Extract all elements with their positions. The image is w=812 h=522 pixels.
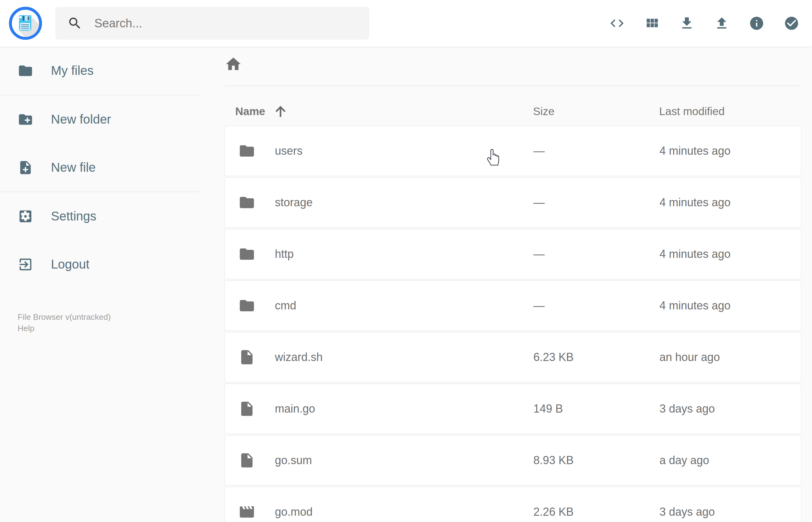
file-modified: 4 minutes ago: [659, 196, 801, 209]
shell-button[interactable]: [609, 15, 625, 31]
listing-header: Name Size Last modified: [225, 97, 801, 126]
file-row-users[interactable]: users — 4 minutes ago: [225, 126, 801, 176]
upload-button[interactable]: [714, 15, 730, 31]
upload-icon: [714, 15, 730, 31]
top-bar: [0, 0, 812, 46]
sort-by-name-header[interactable]: Name: [225, 104, 533, 119]
info-button[interactable]: [749, 15, 765, 31]
header-actions: [609, 0, 799, 46]
download-icon: [679, 15, 695, 31]
sidebar-item-new-file[interactable]: New file: [0, 143, 199, 192]
file-row-http[interactable]: http — 4 minutes ago: [225, 229, 801, 279]
file-size: —: [533, 299, 659, 312]
file-name: http: [275, 247, 294, 261]
help-link[interactable]: Help: [18, 323, 111, 334]
logout-icon: [18, 257, 33, 272]
settings-icon: [18, 208, 33, 224]
select-check-icon: [784, 15, 799, 31]
file-row-storage[interactable]: storage — 4 minutes ago: [225, 177, 801, 228]
file-icon: [238, 349, 256, 366]
file-row-cmd[interactable]: cmd — 4 minutes ago: [225, 281, 801, 331]
search-icon: [67, 16, 82, 31]
breadcrumb-home[interactable]: [225, 55, 242, 73]
file-modified: 4 minutes ago: [659, 144, 801, 158]
sidebar-item-label: Settings: [51, 209, 97, 223]
folder-icon: [238, 297, 256, 314]
sidebar-item-logout[interactable]: Logout: [0, 240, 199, 288]
sidebar-footer: File Browser v(untracked) Help: [18, 311, 111, 334]
folder-icon: [238, 142, 256, 159]
sidebar-item-label: New folder: [51, 112, 111, 126]
file-name: go.mod: [275, 505, 312, 519]
file-modified: a day ago: [659, 454, 801, 467]
grid-view-icon: [644, 15, 660, 31]
file-listing: Name Size Last modified users — 4 minute…: [225, 97, 801, 522]
file-name: users: [275, 144, 303, 158]
download-button[interactable]: [679, 15, 695, 31]
search-bar[interactable]: [55, 7, 369, 40]
arrow-up-icon: [273, 104, 288, 119]
file-modified: an hour ago: [659, 350, 801, 364]
name-column-label: Name: [235, 105, 265, 118]
home-icon: [225, 55, 242, 73]
select-multiple-button[interactable]: [784, 15, 799, 31]
sort-by-modified-header[interactable]: Last modified: [659, 105, 801, 118]
filebrowser-logo[interactable]: [9, 6, 42, 40]
listing-rows: users — 4 minutes ago storage — 4 minute…: [225, 126, 801, 522]
file-size: 2.26 KB: [533, 505, 659, 519]
file-size: 6.23 KB: [533, 350, 659, 364]
file-modified: 4 minutes ago: [659, 299, 801, 312]
code-icon: [609, 15, 625, 31]
file-listing-area: Name Size Last modified users — 4 minute…: [199, 46, 812, 522]
info-icon: [749, 15, 765, 31]
sidebar-item-settings[interactable]: Settings: [0, 192, 199, 240]
file-row-main-go[interactable]: main.go 149 B 3 days ago: [225, 384, 801, 434]
file-row-wizard-sh[interactable]: wizard.sh 6.23 KB an hour ago: [225, 332, 801, 382]
sidebar-item-label: Logout: [51, 257, 89, 272]
file-icon: [238, 400, 256, 417]
file-modified: 3 days ago: [659, 402, 801, 416]
new-file-icon: [18, 160, 33, 176]
breadcrumb-divider: [225, 85, 801, 86]
file-name: wizard.sh: [275, 350, 323, 364]
file-name: go.sum: [275, 454, 312, 467]
file-size: —: [533, 196, 659, 209]
sidebar-item-my-files[interactable]: My files: [0, 46, 199, 95]
file-size: 149 B: [533, 402, 659, 416]
file-name: storage: [275, 196, 312, 209]
movie-file-icon: [238, 503, 256, 520]
search-input[interactable]: [94, 16, 357, 31]
sidebar: My files New folder New file Settings Lo…: [0, 46, 199, 522]
file-size: —: [533, 247, 659, 261]
file-row-go-mod[interactable]: go.mod 2.26 KB 3 days ago: [225, 487, 801, 522]
filebrowser-app: { "palette": { "accent": "#546e7a", "bra…: [0, 0, 812, 522]
version-link[interactable]: File Browser v(untracked): [18, 311, 111, 323]
folder-icon: [238, 246, 256, 263]
file-modified: 4 minutes ago: [659, 247, 801, 261]
file-row-go-sum[interactable]: go.sum 8.93 KB a day ago: [225, 435, 801, 485]
new-folder-icon: [18, 112, 33, 127]
file-name: main.go: [275, 402, 315, 416]
file-modified: 3 days ago: [659, 505, 801, 519]
grid-view-button[interactable]: [644, 15, 660, 31]
folder-icon: [18, 63, 33, 79]
file-icon: [238, 452, 256, 469]
sidebar-item-new-folder[interactable]: New folder: [0, 95, 199, 143]
sidebar-item-label: My files: [51, 63, 94, 78]
sidebar-item-label: New file: [51, 160, 96, 175]
folder-icon: [238, 194, 256, 211]
file-name: cmd: [275, 299, 296, 312]
file-size: 8.93 KB: [533, 454, 659, 467]
sort-by-size-header[interactable]: Size: [533, 105, 659, 118]
file-size: —: [533, 144, 659, 158]
